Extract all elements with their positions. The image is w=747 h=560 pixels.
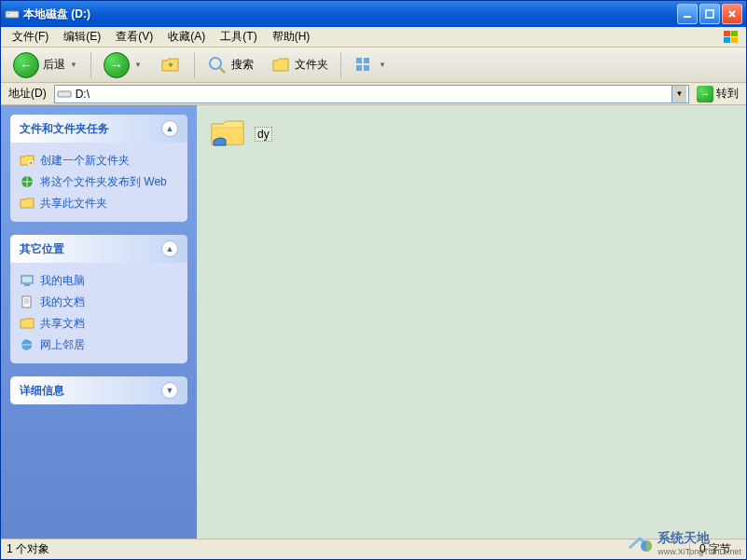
panel-header-other[interactable]: 其它位置 ▲ bbox=[10, 235, 187, 263]
task-publish-web[interactable]: 将这个文件夹发布到 Web bbox=[18, 171, 180, 193]
toolbar: ← 后退 ▼ → ▼ 搜索 文件夹 ▼ bbox=[1, 48, 746, 83]
svg-rect-18 bbox=[22, 296, 31, 307]
menubar: 文件(F) 编辑(E) 查看(V) 收藏(A) 工具(T) 帮助(H) bbox=[1, 27, 746, 48]
menu-favorites[interactable]: 收藏(A) bbox=[160, 27, 213, 47]
documents-icon bbox=[20, 294, 35, 309]
menu-help[interactable]: 帮助(H) bbox=[265, 27, 318, 47]
watermark: 系统天地 www.XiTongTianDi.net bbox=[626, 530, 741, 556]
addressbar: 地址(D) D:\ ▼ → 转到 bbox=[1, 83, 746, 105]
drive-icon bbox=[5, 7, 20, 21]
status-objects: 1 个对象 bbox=[7, 541, 689, 557]
menu-edit[interactable]: 编辑(E) bbox=[56, 27, 108, 47]
svg-rect-6 bbox=[724, 37, 730, 43]
shared-docs-icon bbox=[20, 316, 35, 331]
computer-icon bbox=[20, 273, 35, 288]
views-button[interactable]: ▼ bbox=[347, 51, 394, 79]
task-label: 将这个文件夹发布到 Web bbox=[40, 174, 167, 190]
toolbar-separator bbox=[194, 52, 195, 78]
svg-rect-0 bbox=[6, 11, 19, 18]
menu-view[interactable]: 查看(V) bbox=[108, 27, 160, 47]
task-share-folder[interactable]: 共享此文件夹 bbox=[18, 193, 180, 214]
forward-button[interactable]: → ▼ bbox=[97, 48, 149, 82]
svg-rect-9 bbox=[356, 58, 362, 63]
panel-title-other: 其它位置 bbox=[20, 241, 161, 257]
task-new-folder[interactable]: 创建一个新文件夹 bbox=[18, 150, 180, 171]
back-dropdown-icon: ▼ bbox=[69, 61, 78, 69]
panel-title-tasks: 文件和文件夹任务 bbox=[20, 121, 161, 137]
task-label: 创建一个新文件夹 bbox=[40, 153, 130, 169]
place-shared-docs[interactable]: 共享文档 bbox=[18, 313, 180, 335]
place-label: 共享文档 bbox=[40, 316, 85, 332]
task-label: 共享此文件夹 bbox=[40, 196, 107, 212]
place-label: 网上邻居 bbox=[40, 337, 85, 353]
folder-name-label[interactable]: dy bbox=[255, 127, 272, 142]
place-label: 我的文档 bbox=[40, 294, 85, 310]
content-area: 文件和文件夹任务 ▲ 创建一个新文件夹 将这个文件夹发布到 Web 共享此文件夹 bbox=[1, 105, 746, 539]
menu-tools[interactable]: 工具(T) bbox=[213, 27, 264, 47]
folders-button[interactable]: 文件夹 bbox=[264, 51, 335, 79]
windows-logo-icon bbox=[720, 27, 742, 48]
search-button[interactable]: 搜索 bbox=[201, 51, 260, 79]
share-icon bbox=[20, 196, 35, 211]
address-path: D:\ bbox=[76, 88, 671, 101]
network-icon bbox=[20, 337, 35, 352]
svg-rect-16 bbox=[21, 276, 33, 283]
web-publish-icon bbox=[20, 174, 35, 189]
place-label: 我的电脑 bbox=[40, 273, 85, 289]
maximize-button[interactable] bbox=[699, 4, 720, 24]
svg-rect-11 bbox=[356, 65, 362, 71]
chevron-up-icon: ▲ bbox=[161, 120, 178, 137]
svg-rect-7 bbox=[731, 37, 738, 43]
panel-body-other: 我的电脑 我的文档 共享文档 网上邻居 bbox=[10, 263, 187, 363]
svg-rect-17 bbox=[24, 284, 30, 286]
chevron-down-icon: ▼ bbox=[161, 382, 178, 399]
svg-rect-12 bbox=[364, 65, 369, 71]
place-my-documents[interactable]: 我的文档 bbox=[18, 292, 180, 313]
panel-details: 详细信息 ▼ bbox=[10, 376, 187, 404]
back-button[interactable]: ← 后退 ▼ bbox=[7, 48, 85, 82]
up-button[interactable] bbox=[153, 50, 188, 80]
new-folder-icon bbox=[20, 153, 35, 168]
forward-arrow-icon: → bbox=[104, 52, 130, 78]
forward-dropdown-icon: ▼ bbox=[133, 61, 143, 69]
address-input[interactable]: D:\ ▼ bbox=[54, 85, 689, 103]
folders-icon bbox=[270, 55, 291, 75]
panel-header-tasks[interactable]: 文件和文件夹任务 ▲ bbox=[10, 115, 187, 143]
svg-rect-1 bbox=[7, 13, 9, 14]
watermark-url: www.XiTongTianDi.net bbox=[657, 547, 741, 556]
window-title: 本地磁盘 (D:) bbox=[23, 7, 677, 22]
file-pane[interactable]: dy bbox=[197, 105, 746, 539]
menu-file[interactable]: 文件(F) bbox=[5, 27, 56, 47]
address-label: 地址(D) bbox=[5, 86, 50, 102]
search-label: 搜索 bbox=[231, 57, 254, 73]
svg-point-8 bbox=[210, 58, 221, 69]
place-network[interactable]: 网上邻居 bbox=[18, 335, 180, 356]
watermark-logo-icon bbox=[626, 531, 654, 555]
toolbar-separator bbox=[90, 52, 91, 78]
place-my-computer[interactable]: 我的电脑 bbox=[18, 270, 180, 292]
toolbar-separator bbox=[340, 52, 341, 78]
address-dropdown-icon[interactable]: ▼ bbox=[671, 86, 686, 102]
watermark-text: 系统天地 bbox=[657, 530, 741, 547]
chevron-up-icon: ▲ bbox=[161, 240, 178, 257]
panel-body-tasks: 创建一个新文件夹 将这个文件夹发布到 Web 共享此文件夹 bbox=[10, 143, 187, 222]
go-button[interactable]: → 转到 bbox=[693, 86, 742, 102]
statusbar: 1 个对象 0 字节 系统天地 www.XiTongTianDi.net bbox=[1, 539, 746, 559]
panel-other-places: 其它位置 ▲ 我的电脑 我的文档 共享文档 bbox=[10, 235, 187, 363]
folder-item-dy[interactable]: dy bbox=[208, 116, 272, 152]
minimize-button[interactable] bbox=[677, 4, 698, 24]
go-arrow-icon: → bbox=[697, 86, 713, 102]
panel-header-details[interactable]: 详细信息 ▼ bbox=[10, 376, 187, 404]
panel-title-details: 详细信息 bbox=[20, 383, 161, 399]
go-label: 转到 bbox=[716, 86, 739, 102]
close-button[interactable] bbox=[722, 4, 742, 24]
svg-rect-4 bbox=[724, 31, 730, 36]
svg-rect-2 bbox=[684, 16, 691, 18]
search-icon bbox=[207, 55, 228, 75]
titlebar[interactable]: 本地磁盘 (D:) bbox=[1, 1, 746, 27]
svg-rect-5 bbox=[731, 31, 738, 36]
panel-file-tasks: 文件和文件夹任务 ▲ 创建一个新文件夹 将这个文件夹发布到 Web 共享此文件夹 bbox=[10, 115, 187, 222]
drive-small-icon bbox=[57, 87, 72, 102]
shared-folder-icon bbox=[208, 116, 247, 152]
folder-up-icon bbox=[159, 54, 182, 76]
